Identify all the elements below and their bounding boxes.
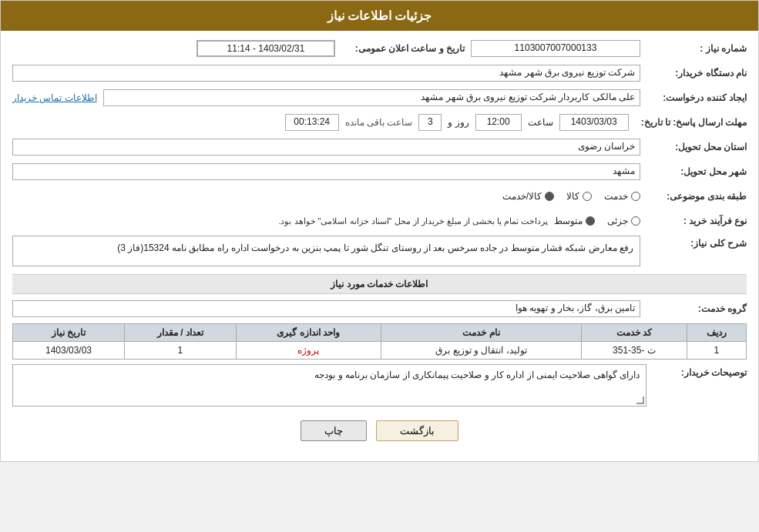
services-section-header: اطلاعات خدمات مورد نیاز [12,274,747,294]
page-title: جزئیات اطلاعات نیاز [1,1,758,31]
announce-date-value: 1403/02/31 - 11:14 [196,40,335,57]
process-radio1-label: جزئی [607,216,628,226]
process-radio-motevasset[interactable]: متوسط [554,216,595,226]
category-radio1-label: خدمت [604,191,628,202]
remaining-time: 00:13:24 [285,114,339,131]
cell-row: 1 [687,342,746,360]
buyer-desc-label: توصیحات خریدار: [646,364,747,378]
radio-circle-jozi [631,216,640,226]
cell-date: 1403/03/03 [13,342,125,360]
col-count: تعداد / مقدار [125,324,237,342]
process-radio-group: جزئی متوسط [554,216,640,226]
province-label: استان محل تحویل: [646,142,747,152]
deadline-time: 12:00 [475,114,522,131]
category-radio3-label: کالا/خدمت [502,191,542,202]
table-row: 1 ت -35-351 تولید، انتقال و توزیع برق پر… [13,342,747,360]
buyer-desc-value: دارای گواهی صلاحیت ایمنی از اداره کار و … [12,364,646,407]
process-note: پرداخت تمام یا بخشی از مبلغ خریدار از مح… [278,216,548,226]
need-number-label: شماره نیاز : [646,43,747,54]
category-label: طبقه بندی موضوعی: [646,191,747,202]
radio-circle-kala [583,192,592,201]
col-unit: واحد اندازه گیری [236,324,381,342]
radio-circle-motevasset [586,216,595,226]
city-label: شهر محل تحویل: [646,166,747,177]
creator-value: علی مالکی کاربردار شرکت توزیع نیروی برق … [103,89,640,106]
deadline-days-label: روز و [448,117,468,128]
footer-buttons: بازگشت چاپ [12,411,747,453]
description-value: رفع معارض شبکه فشار متوسط در جاده سرخس ب… [12,236,640,266]
creator-label: ایجاد کننده درخواست: [646,92,747,103]
cell-name: تولید، انتقال و توزیع برق [381,342,582,360]
category-radio-kala[interactable]: کالا [566,191,592,202]
description-label: شرح کلی نیاز: [646,236,747,249]
service-group-value: تامین برق، گاز، بخار و تهویه هوا [12,300,640,317]
cell-code: ت -35-351 [582,342,687,360]
col-row: ردیف [687,324,746,342]
category-radio-khidmat[interactable]: خدمت [604,191,640,202]
process-label: نوع فرآیند خرید : [646,216,747,226]
col-code: کد خدمت [582,324,687,342]
col-date: تاریخ نیاز [13,324,125,342]
category-radio-group: خدمت کالا کالا/خدمت [502,191,640,202]
cell-count: 1 [125,342,237,360]
buyer-name-label: نام دستگاه خریدار: [646,68,747,79]
category-radio2-label: کالا [566,191,579,202]
radio-circle-khidmat [631,192,640,201]
deadline-days: 3 [418,114,442,131]
deadline-label: مهلت ارسال پاسخ: تا تاریخ: [635,117,747,128]
back-button[interactable]: بازگشت [376,420,458,441]
col-name: نام خدمت [381,324,582,342]
deadline-time-label: ساعت [528,117,553,128]
process-radio2-label: متوسط [554,216,583,226]
contact-link[interactable]: اطلاعات تماس خریدار [12,92,97,103]
city-value: مشهد [12,163,640,180]
buyer-name-value: شرکت توزیع نیروی برق شهر مشهد [12,65,640,82]
cell-unit: پروژه [236,342,381,360]
services-table: ردیف کد خدمت نام خدمت واحد اندازه گیری ت… [12,323,747,360]
resize-handle[interactable] [636,396,644,404]
process-radio-jozi[interactable]: جزئی [607,216,640,226]
radio-circle-kala-khidmat [545,192,554,201]
deadline-date: 1403/03/03 [559,114,629,131]
buyer-desc-text: دارای گواهی صلاحیت ایمنی از اداره کار و … [314,370,640,380]
province-value: خراسان رضوی [12,139,640,156]
announce-date-label: تاریخ و ساعت اعلان عمومی: [341,43,465,54]
need-number-value: 1103007007000133 [471,40,640,57]
service-group-label: گروه خدمت: [646,303,747,314]
category-radio-kala-khidmat[interactable]: کالا/خدمت [502,191,554,202]
remaining-label: ساعت باقی مانده [345,117,413,128]
print-button[interactable]: چاپ [301,420,367,441]
